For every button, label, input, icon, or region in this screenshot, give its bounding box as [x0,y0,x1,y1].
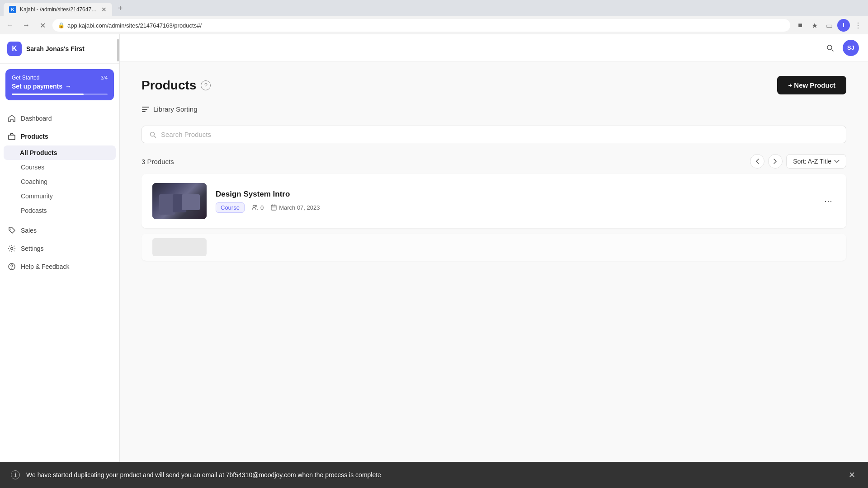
new-tab-button[interactable]: + [114,2,127,14]
search-input[interactable] [161,131,839,138]
products-list-header: 3 Products Sort: A-Z Title [120,149,868,174]
tab-favicon: K [9,6,16,13]
sidebar-scroll-thumb [117,39,119,61]
url-text: app.kajabi.com/admin/sites/2147647163/pr… [67,22,202,29]
app-topbar: SJ [120,34,868,61]
help-tooltip-icon[interactable]: ? [201,80,211,90]
sidebar-item-settings[interactable]: Settings [0,239,119,258]
coaching-label: Coaching [21,178,47,185]
toast-message: We have started duplicating your product… [26,471,840,479]
sidebar-nav: Dashboard Products All Products Courses … [0,106,119,478]
progress-fill [12,94,84,95]
user-avatar[interactable]: SJ [843,40,859,56]
split-screen-icon[interactable]: ▭ [823,19,835,32]
sidebar-item-sales[interactable]: Sales [0,221,119,239]
page-title: Products [142,78,196,93]
sidebar-item-products[interactable]: Products [0,127,119,145]
courses-label: Courses [21,164,44,171]
settings-label: Settings [21,245,44,252]
set-up-payments-label: Set up payments [12,83,62,90]
next-page-button[interactable] [768,154,783,169]
page-header: Products ? + New Product [120,61,868,102]
sidebar-item-dashboard[interactable]: Dashboard [0,109,119,127]
address-bar[interactable]: 🔒 app.kajabi.com/admin/sites/2147647163/… [52,19,790,32]
sorting-icon [142,106,150,113]
svg-point-6 [151,132,155,136]
podcasts-label: Podcasts [21,207,47,214]
sidebar-item-community[interactable]: Community [0,189,119,203]
product-card-2 [142,234,846,261]
forward-button[interactable]: → [20,19,33,32]
products-count: 3 Products [142,158,174,165]
reload-button[interactable]: ✕ [36,19,49,32]
product-more-button[interactable]: ⋯ [821,194,835,208]
list-controls: Sort: A-Z Title [750,154,846,169]
products-list: Design System Intro Course 0 March 07, 2… [120,174,868,266]
sidebar-scrollbar[interactable] [117,34,119,478]
get-started-arrow: → [65,83,71,90]
extensions-icon[interactable]: ■ [794,19,807,32]
get-started-banner[interactable]: Get Started 3/4 Set up payments → [5,69,114,100]
community-label: Community [21,192,53,200]
sidebar: K Sarah Jonas's First Get Started 3/4 Se… [0,34,120,478]
products-nav-label: Products [21,133,48,140]
tab-close-button[interactable]: ✕ [101,6,107,13]
members-icon [252,205,258,210]
sidebar-item-coaching[interactable]: Coaching [0,174,119,189]
product-card: Design System Intro Course 0 March 07, 2… [142,174,846,228]
search-icon [149,131,156,138]
toast-close-button[interactable]: ✕ [847,470,857,480]
site-name: Sarah Jonas's First [26,45,85,52]
library-sorting-label: Library Sorting [153,105,198,113]
browser-chrome: K Kajabi - /admin/sites/214764716... ✕ +… [0,0,868,34]
search-box [142,126,846,143]
search-area [120,120,868,149]
dashboard-label: Dashboard [21,115,52,122]
calendar-icon [271,204,277,211]
toast-notification: ℹ We have started duplicating your produ… [0,462,868,488]
help-feedback-label: Help & Feedback [21,263,69,270]
sidebar-logo: K [7,42,22,56]
main-content: Products ? + New Product Library Sorting [120,61,868,478]
toolbar-right: ■ ★ ▭ I ⋮ [794,19,864,32]
library-sorting-button[interactable]: Library Sorting [142,105,846,113]
new-product-button[interactable]: + New Product [777,76,846,94]
page-subheader: Library Sorting [120,102,868,120]
product-name: Design System Intro [216,190,812,199]
browser-tabs: K Kajabi - /admin/sites/214764716... ✕ + [0,0,868,16]
sidebar-item-help[interactable]: Help & Feedback [0,258,119,276]
svg-point-2 [11,248,13,250]
product-info: Design System Intro Course 0 March 07, 2… [216,190,812,213]
sort-dropdown[interactable]: Sort: A-Z Title [786,154,846,169]
get-started-top: Get Started 3/4 [12,75,108,81]
sidebar-header: K Sarah Jonas's First [0,34,119,64]
back-button[interactable]: ← [4,19,16,32]
browser-tab-active[interactable]: K Kajabi - /admin/sites/214764716... ✕ [4,3,112,16]
get-started-action: Set up payments → [12,83,108,90]
product-thumbnail [152,183,207,219]
get-started-label: Get Started [12,75,39,81]
home-icon [7,114,16,123]
prev-page-button[interactable] [750,154,764,169]
bookmark-icon[interactable]: ★ [808,19,821,32]
product-meta: Course 0 March 07, 2023 [216,202,812,213]
product-type-badge: Course [216,202,245,213]
chevron-down-icon [834,160,840,163]
topbar-search-button[interactable] [823,41,837,55]
svg-point-1 [10,229,11,230]
progress-bar [12,94,108,95]
browser-toolbar: ← → ✕ 🔒 app.kajabi.com/admin/sites/21476… [0,16,868,34]
all-products-label: All Products [20,149,57,156]
sort-label: Sort: A-Z Title [793,158,831,165]
menu-icon[interactable]: ⋮ [852,19,864,32]
members-count: 0 [260,204,264,211]
toast-info-icon: ℹ [11,470,20,479]
sidebar-item-podcasts[interactable]: Podcasts [0,203,119,218]
sidebar-item-courses[interactable]: Courses [0,160,119,174]
svg-point-4 [11,268,12,269]
product-date-text: March 07, 2023 [279,204,320,211]
product-actions: ⋯ [821,194,835,208]
product-members: 0 [252,204,264,211]
sidebar-item-all-products[interactable]: All Products [4,145,116,160]
profile-icon[interactable]: I [837,19,850,32]
